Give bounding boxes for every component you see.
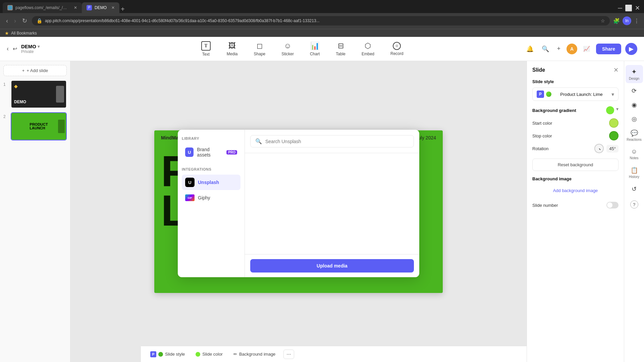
bg-gradient-label: Background gradient xyxy=(532,108,576,113)
upload-media-button[interactable]: Upload media xyxy=(250,259,414,273)
rotation-value: 45° xyxy=(606,145,619,153)
browser-actions: 🧩 In ⋮ xyxy=(613,16,639,25)
tool-shape[interactable]: ◻ Shape xyxy=(251,40,269,58)
rotation-dial[interactable] xyxy=(594,144,604,153)
pencil-icon: ✏ xyxy=(233,352,237,357)
history-icon-btn[interactable]: ↺ xyxy=(626,183,643,196)
animations-icon-btn[interactable]: ⟳ xyxy=(626,84,643,97)
slide-number-label: Slide number xyxy=(532,203,558,208)
tab-pageflows[interactable]: 🌐 pageflows.com/_/emails/_/7fb5... ✕ xyxy=(3,2,82,13)
tool-chart[interactable]: 📊 Chart xyxy=(307,40,323,58)
profile-button[interactable]: In xyxy=(623,16,631,25)
maximize-button[interactable]: ⬜ xyxy=(624,3,634,13)
play-button[interactable]: ▶ xyxy=(625,43,637,55)
slide-color-dot xyxy=(196,352,200,357)
presentation-name: DEMO ▾ xyxy=(21,44,40,49)
add-bg-image-link[interactable]: Add background image xyxy=(532,185,619,196)
gradient-circle-1[interactable] xyxy=(606,106,614,114)
tool-media[interactable]: 🖼 Media xyxy=(223,40,241,58)
style-name: Product Launch: Lime xyxy=(560,92,602,97)
notes-icon: 📋 xyxy=(631,167,638,174)
tool-sticker[interactable]: ☺ Sticker xyxy=(278,40,297,58)
undo-button[interactable]: ↩ xyxy=(13,46,17,52)
tool-record[interactable]: ⊙ Record xyxy=(387,40,407,58)
reset-background-button[interactable]: Reset background xyxy=(532,159,619,171)
add-slide-label: + Add slide xyxy=(26,68,48,73)
slide-style-section: Slide style xyxy=(532,79,619,84)
app: ‹ ↩ DEMO ▾ Private T Text 🖼 Media ◻ Shap… xyxy=(0,37,644,362)
stop-color-swatch[interactable] xyxy=(609,131,619,140)
extensions-button[interactable]: 🧩 xyxy=(613,18,620,24)
profile-icon-btn[interactable]: ◎ xyxy=(626,113,643,125)
slide-item-1[interactable]: 1 ◆ DEMO xyxy=(3,80,67,108)
search-button[interactable]: 🔍 xyxy=(540,43,551,55)
slide-number-toggle[interactable] xyxy=(606,202,619,208)
tool-embed[interactable]: ⬡ Embed xyxy=(358,40,378,58)
start-color-swatch[interactable] xyxy=(609,118,619,128)
new-tab-button[interactable]: + xyxy=(121,5,125,13)
design-icon-btn[interactable]: ✦ Design xyxy=(626,65,643,83)
tab-label-1: pageflows.com/_/emails/_/7fb5... xyxy=(15,5,69,10)
tool-text[interactable]: T Text xyxy=(198,39,214,59)
search-box[interactable]: 🔍 xyxy=(250,135,414,147)
brand-assets-label: Brand assets xyxy=(197,147,222,158)
slide-style-label: Slide style xyxy=(165,352,185,357)
notification-button[interactable]: 🔔 xyxy=(524,43,536,55)
slide-color-item[interactable]: Slide color xyxy=(193,350,225,358)
app-toolbar: ‹ ↩ DEMO ▾ Private T Text 🖼 Media ◻ Shap… xyxy=(0,37,644,61)
tab-close-1[interactable]: ✕ xyxy=(74,5,77,10)
presentation-title-area: DEMO ▾ Private xyxy=(21,44,40,54)
tool-table[interactable]: ⊟ Table xyxy=(332,40,349,58)
share-button[interactable]: Share xyxy=(596,44,621,54)
add-slide-button[interactable]: + + Add slide xyxy=(3,65,67,76)
slide-style-item[interactable]: P Slide style xyxy=(148,350,187,359)
slide-thumb-1[interactable]: ◆ DEMO xyxy=(11,80,67,108)
reactions-icon-btn[interactable]: ☺ Notes xyxy=(626,145,643,163)
minimize-button[interactable]: ─ xyxy=(616,3,624,13)
lime-dot xyxy=(546,92,551,97)
tab-close-2[interactable]: ✕ xyxy=(111,5,115,10)
unsplash-item[interactable]: U Unsplash xyxy=(182,175,240,190)
p-badge-panel: P xyxy=(537,90,544,98)
start-color-row: Start color xyxy=(532,118,619,128)
workflow-icon-btn[interactable]: ◉ xyxy=(626,99,643,111)
chart-icon: 📊 xyxy=(310,42,319,50)
slide-item-2[interactable]: 2 PRODUCTLAUNCH xyxy=(3,112,67,140)
back-nav-button[interactable]: ‹ xyxy=(5,16,9,26)
help-icon-btn[interactable]: ? xyxy=(626,198,643,211)
refresh-button[interactable]: ↻ xyxy=(21,16,29,26)
add-user-button[interactable]: + xyxy=(555,43,563,54)
brand-assets-icon: U xyxy=(185,147,194,157)
comments-icon-btn[interactable]: 💬 Reactions xyxy=(626,127,643,144)
close-window-button[interactable]: ✕ xyxy=(634,3,641,13)
bg-gradient-header[interactable]: Background gradient ▾ xyxy=(532,106,619,114)
address-bar[interactable]: 🔒 app.pitch.com/app/presentation/b86dbc6… xyxy=(32,16,610,25)
user-avatar: A xyxy=(567,44,577,54)
bg-gradient-section: Background gradient ▾ Start color Stop c… xyxy=(532,106,619,153)
thumb2-text: PRODUCTLAUNCH xyxy=(30,123,48,130)
tab-favicon-2: P xyxy=(87,5,92,10)
forward-nav-button[interactable]: › xyxy=(13,16,17,26)
library-section-label: Library xyxy=(182,136,240,140)
table-label: Table xyxy=(336,52,345,56)
table-icon: ⊟ xyxy=(338,42,344,50)
rotation-label: Rotation xyxy=(532,146,548,151)
more-button[interactable]: ··· xyxy=(283,350,294,359)
analytics-button[interactable]: 📈 xyxy=(581,44,592,54)
close-panel-button[interactable]: ✕ xyxy=(613,66,619,74)
search-input[interactable] xyxy=(265,139,409,144)
bg-image-item[interactable]: ✏ Background image xyxy=(231,350,278,358)
bg-image-section: Background image Add background image xyxy=(532,176,619,196)
tab-demo[interactable]: P DEMO ✕ xyxy=(82,2,119,13)
style-selector[interactable]: P Product Launch: Lime ▾ xyxy=(532,87,619,101)
notes-icon-btn[interactable]: 📋 History xyxy=(626,164,643,181)
right-icons-panel: ✦ Design ⟳ ◉ ◎ 💬 Reactions ☺ Notes 📋 xyxy=(624,61,644,362)
brand-assets-item[interactable]: U Brand assets PRO xyxy=(182,144,240,161)
tab-label-2: DEMO xyxy=(95,5,107,10)
menu-button[interactable]: ⋮ xyxy=(634,18,639,24)
slide-thumb-2[interactable]: PRODUCTLAUNCH xyxy=(11,112,67,140)
media-icon: 🖼 xyxy=(228,42,236,50)
browser-chrome: 🌐 pageflows.com/_/emails/_/7fb5... ✕ P D… xyxy=(0,0,644,37)
giphy-item[interactable]: GIF Giphy xyxy=(182,191,240,204)
back-button[interactable]: ‹ xyxy=(7,45,9,52)
